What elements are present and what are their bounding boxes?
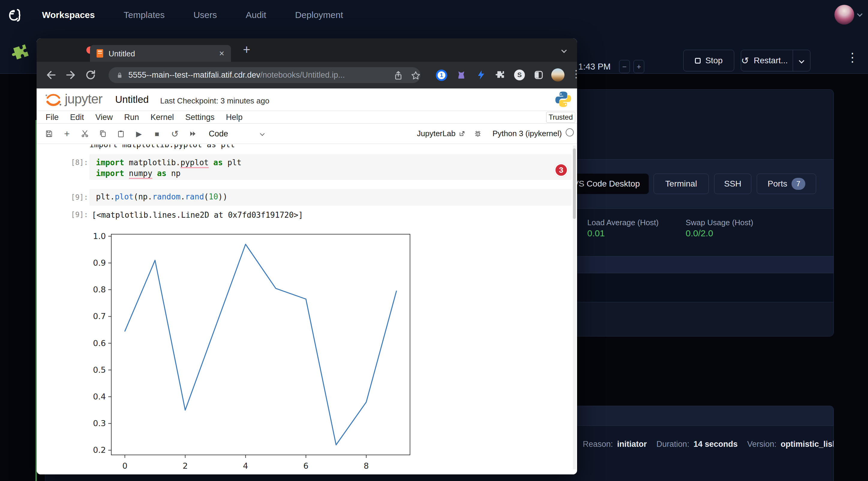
code-cell-8[interactable]: import matplotlib.pyplot as plt import n… — [89, 154, 572, 180]
terminal-button[interactable]: Terminal — [654, 173, 709, 194]
load-average-value: 0.01 — [587, 228, 604, 238]
duration-value: 14 seconds — [693, 440, 738, 449]
restart-icon: ↺ — [741, 56, 749, 65]
tab-title: Untitled — [108, 49, 135, 59]
version-value: optimistic_liskov9 — [781, 440, 834, 449]
svg-text:1.0: 1.0 — [93, 231, 106, 241]
copy-cell-button[interactable] — [98, 129, 108, 139]
address-bar[interactable]: 5555--main--test--matifali.atif.cdr.dev/… — [108, 67, 421, 83]
ports-button[interactable]: Ports 7 — [757, 173, 816, 194]
restart-run-all-button[interactable] — [188, 129, 198, 139]
top-nav: Workspaces Templates Users Audit Deploym… — [42, 0, 343, 30]
jupyter-logo-icon — [44, 91, 62, 109]
interrupt-kernel-button[interactable]: ■ — [152, 129, 162, 139]
workspace-menu-kebab[interactable]: ⋮ — [846, 51, 859, 64]
code-cell-9[interactable]: plt.plot(np.random.rand(10)) — [89, 189, 572, 206]
browser-tab-untitled[interactable]: Untitled × — [90, 45, 231, 62]
new-tab-button[interactable]: + — [243, 42, 250, 57]
cut-cell-button[interactable] — [80, 129, 90, 139]
jupyter-toolbar: + ▶ ■ ↺ Code — [37, 124, 577, 144]
onepassword-digit: 1 — [438, 71, 445, 79]
kernel-status-icon — [566, 128, 574, 136]
lightning-extension-icon[interactable] — [476, 70, 487, 81]
save-button[interactable] — [44, 129, 54, 139]
browser-profile-avatar[interactable] — [551, 68, 564, 82]
restart-button[interactable]: ↺ Restart... — [741, 50, 810, 71]
svg-text:4: 4 — [243, 461, 248, 471]
menu-edit[interactable]: Edit — [70, 113, 84, 122]
output-repr-text: [<matplotlib.lines.Line2D at 0x7fd03f191… — [92, 211, 303, 220]
menu-run[interactable]: Run — [124, 113, 139, 122]
bookmark-star-icon[interactable] — [410, 70, 421, 81]
restart-label: Restart... — [754, 56, 788, 65]
trusted-button[interactable]: Trusted — [546, 112, 575, 123]
extensions-puzzle-icon[interactable] — [495, 70, 506, 81]
reload-button[interactable] — [85, 69, 97, 81]
coder-logo-icon[interactable] — [5, 7, 22, 24]
scrollbar-thumb[interactable] — [573, 149, 576, 219]
jupyter-page: jupyter Untitled Last Checkpoint: 3 minu… — [37, 89, 577, 474]
schedule-plus-button[interactable]: + — [633, 60, 644, 73]
browser-menu-kebab[interactable]: ⋮ — [571, 68, 577, 80]
ssh-button[interactable]: SSH — [714, 173, 751, 194]
nav-item-audit[interactable]: Audit — [246, 10, 266, 20]
swap-usage-label: Swap Usage (Host) — [686, 218, 753, 227]
menu-file[interactable]: File — [45, 113, 59, 122]
svg-text:0.8: 0.8 — [93, 285, 106, 294]
cell-type-chevron-icon[interactable] — [261, 131, 264, 136]
open-jupyterlab-link[interactable]: JupyterLab — [417, 129, 465, 138]
stop-button[interactable]: Stop — [683, 50, 734, 71]
paste-cell-button[interactable] — [116, 129, 126, 139]
fn-rand: rand — [185, 192, 204, 201]
nav-item-users[interactable]: Users — [193, 10, 217, 20]
stop-square-icon — [695, 58, 701, 64]
tab-close-icon[interactable]: × — [219, 48, 224, 59]
chevron-down-icon[interactable] — [857, 11, 862, 17]
menu-settings[interactable]: Settings — [185, 113, 215, 122]
svg-text:0.9: 0.9 — [93, 258, 106, 267]
svg-text:0.4: 0.4 — [93, 392, 106, 401]
share-icon[interactable] — [393, 70, 404, 81]
ports-label: Ports — [768, 179, 787, 189]
restart-kernel-button[interactable]: ↺ — [170, 129, 180, 139]
restart-dropdown-button[interactable] — [793, 50, 810, 71]
onepassword-extension-icon[interactable]: 1 — [436, 70, 447, 81]
debugger-bug-icon[interactable] — [474, 130, 482, 137]
nav-item-templates[interactable]: Templates — [124, 10, 165, 20]
reason-label: Reason: — [583, 440, 613, 449]
nav-item-workspaces[interactable]: Workspaces — [42, 10, 95, 20]
add-cell-button[interactable]: + — [62, 129, 72, 139]
browser-tabstrip: Untitled × + — [37, 38, 577, 62]
kw-as: as — [157, 169, 166, 178]
run-cell-button[interactable]: ▶ — [134, 129, 144, 139]
duration-label: Duration: — [656, 440, 689, 449]
back-button[interactable] — [45, 69, 57, 81]
cat-extension-icon[interactable] — [456, 70, 467, 81]
menu-view[interactable]: View — [95, 113, 113, 122]
cell-type-dropdown[interactable]: Code — [209, 129, 228, 138]
clipped-code-line[interactable]: import matplotlib.pyplot as plt — [89, 145, 449, 150]
ssh-label: SSH — [724, 179, 741, 189]
svg-text:8: 8 — [364, 461, 369, 471]
kernel-name[interactable]: Python 3 (ipykernel) — [493, 129, 562, 138]
forward-button[interactable] — [65, 69, 77, 81]
notebook-title[interactable]: Untitled — [115, 94, 149, 105]
notebook-area: import matplotlib.pyplot as plt [8]: imp… — [37, 144, 577, 474]
user-avatar[interactable] — [834, 5, 854, 25]
checkpoint-status: Last Checkpoint: 3 minutes ago — [160, 96, 269, 105]
python-logo-icon — [555, 91, 572, 108]
darkreader-extension-icon[interactable] — [533, 70, 544, 81]
misspelled-pyplot: pyplot — [181, 158, 209, 168]
jupyter-header: jupyter Untitled Last Checkpoint: 3 minu… — [37, 89, 577, 111]
schedule-minus-button[interactable]: − — [619, 60, 630, 73]
terminal-label: Terminal — [665, 179, 697, 189]
external-link-icon — [459, 130, 465, 137]
menu-kernel[interactable]: Kernel — [151, 113, 174, 122]
fn-random: random — [152, 192, 181, 201]
tab-search-chevron-icon[interactable] — [562, 48, 566, 53]
ghostery-extension-icon[interactable]: S — [514, 70, 525, 81]
menu-help[interactable]: Help — [226, 113, 243, 122]
nav-item-deployment[interactable]: Deployment — [295, 10, 343, 20]
svg-text:0: 0 — [122, 461, 127, 471]
jupyter-favicon-icon — [97, 49, 103, 58]
